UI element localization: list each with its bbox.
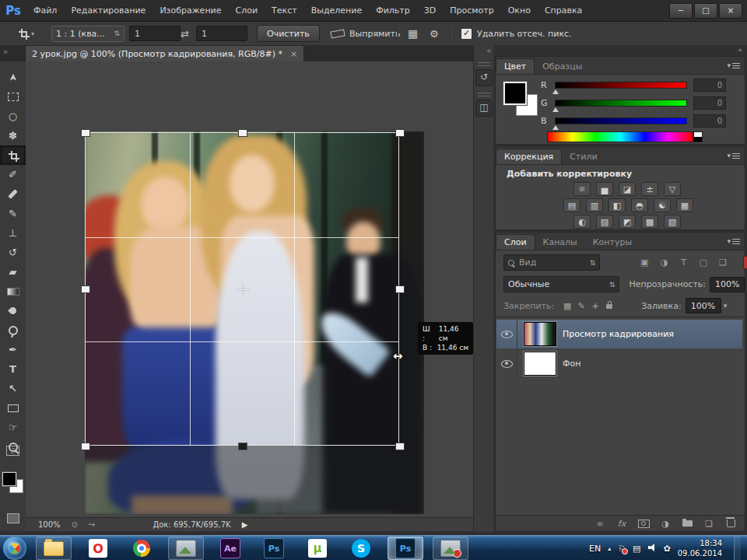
- crop-tool-preset[interactable]: ▾: [19, 22, 34, 45]
- green-slider-thumb[interactable]: [552, 104, 559, 112]
- delete-layer-icon[interactable]: [724, 518, 737, 529]
- layer-visibility-toggle[interactable]: [496, 320, 517, 348]
- tab-styles[interactable]: Стили: [562, 149, 605, 164]
- fill-caret-icon[interactable]: ▾: [724, 302, 728, 310]
- healing-brush-tool[interactable]: [0, 184, 26, 204]
- color-balance-icon[interactable]: ▥: [586, 198, 603, 212]
- eyedropper-tool[interactable]: ✐: [0, 165, 26, 184]
- blur-tool[interactable]: [0, 301, 26, 320]
- tab-channels[interactable]: Каналы: [535, 235, 585, 250]
- brightness-contrast-icon[interactable]: ☼: [573, 182, 591, 196]
- levels-icon[interactable]: ▅: [596, 182, 613, 196]
- menu-select[interactable]: Выделение: [304, 0, 370, 21]
- taskbar-item-explorer[interactable]: [36, 537, 72, 560]
- panel-menu-icon[interactable]: ▾: [727, 152, 740, 159]
- hue-saturation-icon[interactable]: ▤: [563, 198, 580, 212]
- curves-icon[interactable]: ◪: [619, 182, 636, 196]
- posterize-icon[interactable]: ▨: [596, 215, 613, 229]
- panel-menu-icon[interactable]: ▾: [727, 61, 740, 69]
- panel-menu-icon[interactable]: ▾: [727, 237, 740, 245]
- path-selection-tool[interactable]: ↖: [0, 379, 26, 398]
- crop-width-input[interactable]: 1: [129, 26, 181, 41]
- filter-smart-objects-icon[interactable]: ❏: [716, 257, 729, 268]
- layer-thumbnail[interactable]: [524, 322, 556, 346]
- layer-row-crop-preview[interactable]: Просмотр кадрирования: [496, 320, 742, 348]
- taskbar-item-chrome[interactable]: [124, 537, 159, 559]
- action-center-flag-icon[interactable]: ⚐: [618, 544, 626, 554]
- new-layer-icon[interactable]: ❏: [703, 518, 715, 529]
- clone-stamp-tool[interactable]: ⊥: [0, 223, 26, 243]
- pen-tool[interactable]: ✒: [0, 340, 26, 359]
- start-button[interactable]: [3, 537, 26, 560]
- exposure-icon[interactable]: ±: [641, 182, 658, 196]
- quick-mask-button[interactable]: [0, 441, 26, 460]
- menu-filter[interactable]: Фильтр: [369, 0, 417, 21]
- zoom-level[interactable]: 100%: [38, 520, 61, 529]
- blue-value[interactable]: 0: [693, 114, 726, 128]
- tray-misc-icon[interactable]: ✿: [664, 544, 671, 554]
- eraser-tool[interactable]: ▰: [0, 262, 26, 282]
- clear-button[interactable]: Очистить: [257, 25, 320, 42]
- menu-layers[interactable]: Слои: [229, 0, 265, 21]
- mini-bridge-panel-icon[interactable]: ◫: [475, 100, 493, 117]
- document-tab[interactable]: 2 урок.jpg @ 100% (Просмотр кадрирования…: [25, 45, 304, 62]
- dock-collapse-arrow[interactable]: »: [493, 45, 747, 54]
- crop-tool[interactable]: [0, 145, 26, 165]
- menu-view[interactable]: Просмотр: [443, 0, 500, 21]
- filter-type-layers-icon[interactable]: T: [677, 257, 690, 268]
- layer-row-background[interactable]: Фон: [496, 349, 742, 378]
- threshold-icon[interactable]: ◩: [619, 215, 636, 229]
- foreground-background-swatches[interactable]: [503, 82, 538, 116]
- color-lookup-icon[interactable]: ▦: [676, 198, 693, 212]
- swap-dimensions-icon[interactable]: ⇄: [181, 22, 189, 45]
- crop-handle-bottom-right[interactable]: [395, 443, 405, 450]
- screen-mode-button[interactable]: [0, 509, 26, 528]
- filter-adjustment-layers-icon[interactable]: ◑: [658, 257, 671, 268]
- red-slider-thumb[interactable]: [552, 86, 559, 94]
- quick-selection-tool[interactable]: ✽: [0, 126, 26, 145]
- crop-handle-bottom-left[interactable]: [81, 443, 90, 450]
- taskbar-item-screen-recorder[interactable]: [433, 537, 468, 560]
- straighten-control[interactable]: Выпрямить: [331, 22, 400, 45]
- taskbar-item-photoshop[interactable]: Ps: [257, 537, 291, 559]
- taskbar-clock[interactable]: 18:34 09.06.2014: [678, 538, 722, 558]
- overlay-options-icon[interactable]: ▦: [408, 22, 418, 45]
- menu-edit[interactable]: Редактирование: [64, 0, 153, 21]
- show-desktop-button[interactable]: [734, 536, 741, 560]
- green-value[interactable]: 0: [693, 96, 726, 110]
- taskbar-item-utorrent[interactable]: µ: [300, 537, 335, 559]
- blend-mode-dropdown[interactable]: Обычные ⇅: [503, 276, 619, 292]
- aspect-ratio-dropdown[interactable]: 1 : 1 (ква... ⇅: [51, 26, 124, 42]
- crop-handle-middle-left[interactable]: [81, 285, 90, 293]
- remove-device-icon[interactable]: ▤: [633, 544, 640, 554]
- close-button[interactable]: ×: [719, 3, 742, 19]
- minimize-button[interactable]: −: [669, 3, 693, 19]
- link-layers-icon[interactable]: ∞: [594, 518, 606, 529]
- crop-height-input[interactable]: 1: [196, 26, 247, 41]
- dodge-tool[interactable]: [0, 320, 26, 340]
- green-slider[interactable]: [555, 100, 687, 107]
- crop-handle-middle-right[interactable]: [395, 285, 405, 293]
- crop-handle-top-left[interactable]: [81, 129, 90, 137]
- menu-3d[interactable]: 3D: [417, 0, 443, 21]
- black-white-icon[interactable]: ◧: [608, 198, 626, 212]
- taskbar-item-image-viewer[interactable]: [168, 537, 204, 560]
- new-group-icon[interactable]: [681, 518, 693, 529]
- fill-value[interactable]: 100%: [686, 298, 721, 313]
- gradient-tool[interactable]: [0, 282, 26, 301]
- taskbar-item-photoshop-active[interactable]: Ps: [388, 537, 423, 560]
- type-tool[interactable]: T: [0, 359, 26, 379]
- blue-slider-thumb[interactable]: [552, 122, 559, 130]
- move-tool[interactable]: ➤: [0, 68, 26, 87]
- menu-window[interactable]: Окно: [501, 0, 538, 21]
- tab-overflow-icon[interactable]: »: [3, 47, 8, 56]
- tab-swatches[interactable]: Образцы: [535, 59, 590, 74]
- crop-handle-top-center[interactable]: [238, 129, 247, 137]
- lock-transparency-icon[interactable]: ▦: [560, 301, 574, 311]
- filter-shape-layers-icon[interactable]: ▢: [696, 257, 710, 268]
- restore-button[interactable]: □: [694, 3, 717, 19]
- shape-tool[interactable]: [0, 398, 26, 418]
- dock-expand-arrow[interactable]: «: [474, 45, 494, 56]
- tab-paths[interactable]: Контуры: [585, 235, 640, 250]
- layer-filter-dropdown[interactable]: Вид ⇅: [503, 254, 600, 271]
